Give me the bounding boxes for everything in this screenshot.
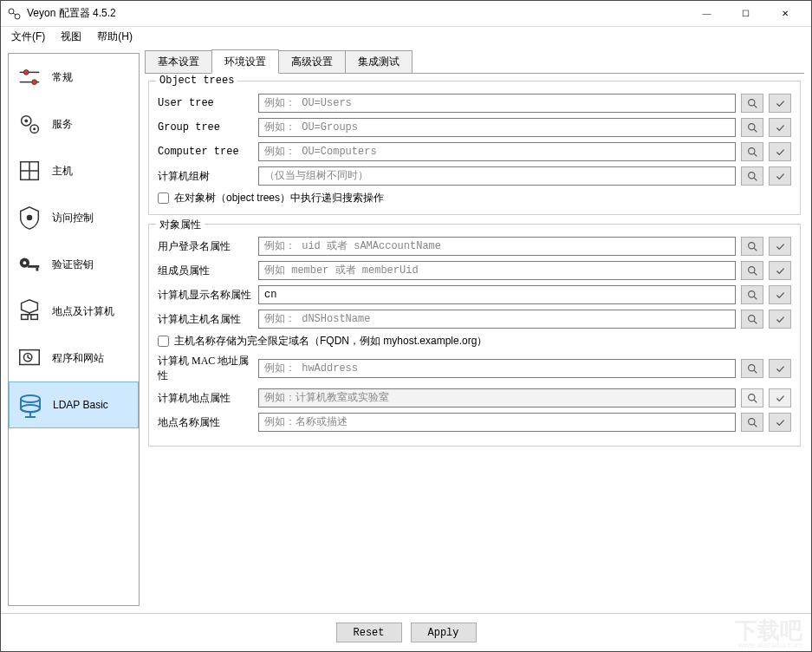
group-object-trees-title: Object trees [156, 75, 237, 87]
svg-line-30 [754, 105, 757, 108]
row-label: 计算机 MAC 地址属性 [158, 354, 253, 383]
minimize-button[interactable]: — [687, 1, 726, 26]
row-input[interactable] [258, 237, 736, 256]
sidebar-item-4[interactable]: 验证密钥 [9, 241, 139, 288]
check-icon-button[interactable] [769, 94, 791, 113]
row-input[interactable] [258, 359, 736, 378]
tab-1[interactable]: 环境设置 [211, 49, 279, 74]
row-input[interactable] [258, 413, 736, 432]
menu-help[interactable]: 帮助(H) [90, 28, 140, 46]
search-icon-button[interactable] [741, 413, 763, 432]
svg-point-37 [748, 242, 754, 248]
check-icon-button[interactable] [769, 413, 791, 432]
search-icon-button[interactable] [741, 285, 763, 304]
tabs: 基本设置环境设置高级设置集成测试 [145, 53, 804, 74]
check-icon-button[interactable] [769, 285, 791, 304]
sidebar-item-5[interactable]: 地点及计算机 [9, 288, 139, 335]
form-row: 计算机组树 [158, 166, 791, 186]
recursive-search-checkbox[interactable] [158, 192, 169, 204]
menubar: 文件(F) 视图 帮助(H) [1, 27, 811, 46]
sliders-icon [16, 63, 43, 91]
sidebar-item-label: 验证密钥 [52, 258, 94, 272]
svg-line-38 [754, 248, 757, 251]
sidebar-item-label: 程序和网站 [52, 351, 104, 366]
check-icon-button[interactable] [769, 359, 791, 378]
sidebar-item-label: LDAP Basic [53, 399, 108, 411]
sidebar-item-0[interactable]: 常规 [9, 54, 139, 101]
check-icon-button[interactable] [769, 237, 791, 256]
menu-view[interactable]: 视图 [54, 28, 88, 46]
row-label: User tree [158, 97, 253, 109]
tab-3[interactable]: 集成测试 [345, 50, 412, 73]
shield-icon [16, 204, 43, 231]
titlebar: Veyon 配置器 4.5.2 — ☐ ✕ [1, 1, 811, 27]
check-icon-button[interactable] [769, 310, 791, 329]
close-button[interactable]: ✕ [765, 1, 804, 26]
search-icon-button[interactable] [741, 310, 763, 329]
svg-point-31 [748, 123, 754, 129]
group-object-trees: Object trees User treeGroup treeComputer… [148, 81, 801, 215]
reset-button[interactable]: Reset [336, 623, 402, 642]
svg-rect-19 [22, 315, 29, 320]
sidebar-item-1[interactable]: 服务 [9, 101, 139, 147]
svg-line-44 [754, 321, 757, 323]
svg-rect-17 [28, 265, 39, 268]
svg-point-39 [748, 266, 754, 272]
content: 基本设置环境设置高级设置集成测试 Object trees User treeG… [145, 53, 804, 606]
row-label: 计算机显示名称属性 [158, 288, 253, 303]
row-input[interactable] [258, 310, 736, 329]
svg-line-34 [754, 153, 757, 156]
search-icon-button[interactable] [741, 237, 763, 256]
svg-line-48 [754, 400, 757, 402]
svg-line-40 [754, 272, 757, 275]
check-icon-button[interactable] [769, 166, 791, 186]
check-icon-button[interactable] [769, 261, 791, 280]
sidebar-item-label: 访问控制 [52, 211, 94, 225]
sidebar-item-label: 主机 [52, 164, 73, 179]
svg-line-2 [13, 13, 16, 15]
network-icon [16, 297, 43, 325]
ldap-icon [16, 391, 44, 419]
check-icon-button[interactable] [769, 142, 791, 161]
row-input[interactable] [258, 261, 736, 280]
row-input[interactable] [258, 166, 736, 186]
check-icon-button[interactable] [769, 118, 791, 137]
search-icon-button[interactable] [741, 94, 763, 113]
svg-line-36 [754, 178, 757, 180]
row-input[interactable] [258, 118, 736, 137]
maximize-button[interactable]: ☐ [726, 1, 765, 26]
tab-2[interactable]: 高级设置 [278, 50, 346, 73]
form-row: 组成员属性 [158, 261, 791, 280]
search-icon-button[interactable] [741, 359, 763, 378]
row-label: 计算机主机名属性 [158, 312, 253, 327]
svg-point-43 [748, 315, 754, 321]
apply-button[interactable]: Apply [411, 623, 477, 642]
svg-line-46 [754, 370, 757, 373]
row-input[interactable] [258, 94, 736, 113]
sidebar-item-6[interactable]: 程序和网站 [9, 335, 139, 381]
app-icon [8, 7, 22, 21]
fqdn-checkbox[interactable] [158, 336, 169, 347]
group-object-attrs-title: 对象属性 [156, 218, 205, 232]
recursive-search-label: 在对象树（object trees）中执行递归搜索操作 [174, 191, 384, 205]
search-icon-button[interactable] [741, 118, 763, 137]
sidebar-item-2[interactable]: 主机 [9, 147, 139, 194]
svg-line-50 [754, 424, 757, 427]
row-input[interactable] [258, 285, 736, 304]
row-input[interactable] [258, 142, 736, 161]
row-input [258, 388, 736, 408]
search-icon-button[interactable] [741, 142, 763, 161]
search-icon-button[interactable] [741, 166, 763, 186]
window-title: Veyon 配置器 4.5.2 [27, 6, 687, 21]
svg-point-14 [27, 215, 33, 221]
tab-0[interactable]: 基本设置 [145, 50, 212, 73]
sidebar-item-7[interactable]: LDAP Basic [9, 381, 139, 428]
menu-file[interactable]: 文件(F) [4, 28, 52, 46]
search-icon-button[interactable] [741, 261, 763, 280]
tabpage-environment: Object trees User treeGroup treeComputer… [145, 74, 804, 606]
svg-point-8 [24, 119, 28, 122]
form-row: Group tree [158, 118, 791, 137]
grid-icon [16, 157, 43, 185]
svg-point-41 [748, 290, 754, 297]
sidebar-item-3[interactable]: 访问控制 [9, 194, 139, 241]
